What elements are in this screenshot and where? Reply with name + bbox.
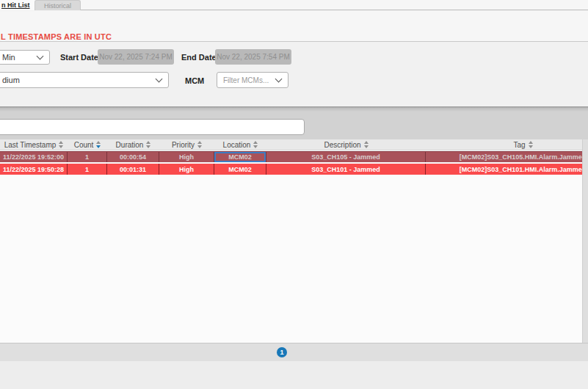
col-header-description[interactable]: Description xyxy=(266,139,426,150)
table-row[interactable]: 11/22/2025 19:50:28 1 00:01:31 High MCM0… xyxy=(0,164,582,175)
sort-carets-icon xyxy=(364,141,369,148)
col-header-last-timestamp[interactable]: Last Timestamp xyxy=(0,139,68,150)
priority-select[interactable]: dium xyxy=(0,72,169,88)
cell-tag[interactable]: [MCM02]S03_CH101.HMI.Alarm.Jammed xyxy=(426,164,582,175)
col-header-priority[interactable]: Priority xyxy=(159,139,214,150)
interval-select[interactable]: Min xyxy=(0,50,50,65)
mcm-label: MCM xyxy=(185,76,204,85)
sort-carets-icon xyxy=(96,141,101,148)
footer-area xyxy=(0,361,588,389)
tab-bar: n Hit List Historical xyxy=(0,0,588,10)
cell-last-timestamp[interactable]: 11/22/2025 19:52:00 xyxy=(0,152,68,162)
cell-tag[interactable]: [MCM02]S03_CH105.HMI.Alarm.Jammed xyxy=(426,152,582,162)
tab-alarm-hit-list-label: n Hit List xyxy=(1,1,30,9)
col-header-duration[interactable]: Duration xyxy=(107,139,159,150)
search-input[interactable] xyxy=(0,119,305,135)
page-1-button[interactable]: 1 xyxy=(277,347,287,357)
col-header-count[interactable]: Count xyxy=(68,139,107,150)
pagination-bar: 1 xyxy=(0,343,588,361)
alarm-table: Last Timestamp Count Duration Priority L… xyxy=(0,139,582,343)
end-date-label: End Date xyxy=(181,53,217,62)
sort-carets-icon xyxy=(253,141,258,148)
cell-duration[interactable]: 00:00:54 xyxy=(107,152,159,162)
cell-duration[interactable]: 00:01:31 xyxy=(107,164,159,175)
filter-panel: Min Start Date Nov 22, 2025 7:24 PM End … xyxy=(0,42,588,106)
col-header-location[interactable]: Location xyxy=(214,139,266,150)
notice-section: L TIMESTAMPS ARE IN UTC xyxy=(0,11,588,41)
utc-notice: L TIMESTAMPS ARE IN UTC xyxy=(1,32,112,41)
cell-description[interactable]: S03_CH101 - Jammed xyxy=(266,164,426,175)
tab-alarm-hit-list[interactable]: n Hit List xyxy=(0,0,35,10)
cell-priority[interactable]: High xyxy=(159,164,214,175)
mcm-filter-placeholder: Filter MCMs... xyxy=(223,76,269,84)
tab-historical[interactable]: Historical xyxy=(35,0,81,10)
end-date-button[interactable]: Nov 22, 2025 7:54 PM xyxy=(215,49,291,65)
sort-carets-icon xyxy=(529,141,533,148)
search-band xyxy=(0,112,588,139)
sort-carets-icon xyxy=(59,141,63,148)
table-header-row: Last Timestamp Count Duration Priority L… xyxy=(0,139,582,150)
chevron-down-icon xyxy=(276,76,281,81)
priority-select-value: dium xyxy=(2,76,20,84)
cell-count[interactable]: 1 xyxy=(68,164,107,175)
sort-carets-icon xyxy=(146,141,150,148)
tab-historical-label: Historical xyxy=(44,2,71,10)
start-date-button[interactable]: Nov 22, 2025 7:24 PM xyxy=(98,49,174,65)
sort-carets-icon xyxy=(197,141,202,148)
cell-description[interactable]: S03_CH105 - Jammed xyxy=(266,152,426,162)
table-right-gutter xyxy=(582,139,588,343)
cell-location[interactable]: MCM02 xyxy=(214,152,266,162)
col-header-tag[interactable]: Tag xyxy=(426,139,582,150)
start-date-label: Start Date xyxy=(60,53,98,62)
chevron-down-icon xyxy=(156,76,161,81)
panel-edge-divider xyxy=(0,106,588,112)
table-row[interactable]: 11/22/2025 19:52:00 1 00:00:54 High MCM0… xyxy=(0,151,582,162)
alarm-hit-list-screen: n Hit List Historical L TIMESTAMPS ARE I… xyxy=(0,0,588,389)
cell-priority[interactable]: High xyxy=(159,152,214,162)
mcm-filter-select[interactable]: Filter MCMs... xyxy=(217,72,288,88)
interval-select-value: Min xyxy=(2,53,15,62)
cell-count[interactable]: 1 xyxy=(68,152,107,162)
cell-last-timestamp[interactable]: 11/22/2025 19:50:28 xyxy=(0,164,68,175)
cell-location[interactable]: MCM02 xyxy=(214,164,266,175)
chevron-down-icon xyxy=(37,54,43,59)
